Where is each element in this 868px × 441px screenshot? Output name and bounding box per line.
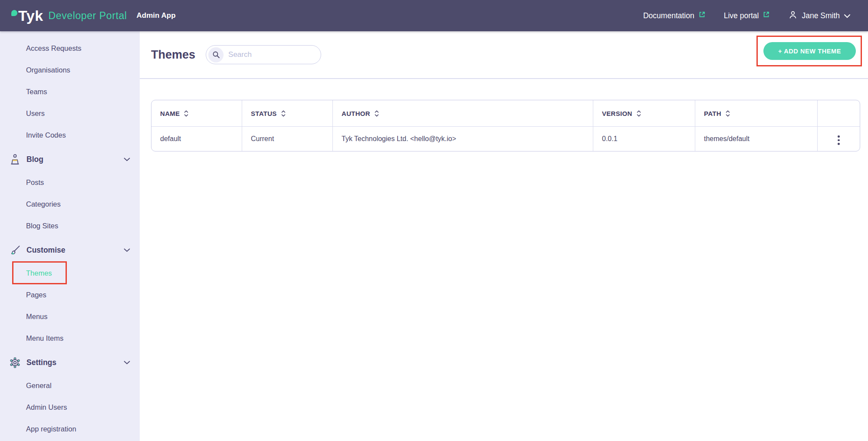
sidebar-item-label: Posts xyxy=(26,178,44,187)
search-box[interactable] xyxy=(206,45,321,64)
documentation-link[interactable]: Documentation xyxy=(643,11,706,20)
column-header-actions xyxy=(818,100,860,127)
themes-table: NAME STATUS AUTHOR VERSION xyxy=(151,100,860,151)
blog-lectern-icon xyxy=(9,153,21,165)
column-header-name[interactable]: NAME xyxy=(151,100,242,127)
gear-icon xyxy=(9,356,21,369)
column-header-path[interactable]: PATH xyxy=(695,100,818,127)
cell-status: Current xyxy=(242,127,333,151)
column-header-version[interactable]: VERSION xyxy=(593,100,695,127)
chevron-down-icon xyxy=(124,248,130,252)
header-right: Documentation Live portal Jane Smith xyxy=(643,10,851,22)
add-new-theme-button[interactable]: + ADD NEW THEME xyxy=(763,42,856,60)
sidebar-item-teams[interactable]: Teams xyxy=(0,81,140,102)
sidebar-section-label: Blog xyxy=(26,155,43,164)
sidebar-item-categories[interactable]: Categories xyxy=(0,193,140,215)
sidebar-item-menu-items[interactable]: Menu Items xyxy=(0,327,140,349)
table-header-row: NAME STATUS AUTHOR VERSION xyxy=(151,100,860,127)
user-menu[interactable]: Jane Smith xyxy=(788,10,851,22)
cell-version: 0.0.1 xyxy=(593,127,695,151)
search-icon xyxy=(208,47,224,63)
column-header-status[interactable]: STATUS xyxy=(242,100,333,127)
cell-name: default xyxy=(151,127,242,151)
sidebar-item-label: Menus xyxy=(26,313,48,321)
table-row: default Current Tyk Technologies Ltd. <h… xyxy=(151,127,860,151)
person-icon xyxy=(788,10,798,22)
column-label: NAME xyxy=(160,110,180,117)
sidebar-section-blog[interactable]: Blog xyxy=(0,147,140,171)
column-label: VERSION xyxy=(602,110,632,117)
sidebar-item-label: Invite Codes xyxy=(26,131,66,139)
sidebar-item-themes[interactable]: Themes xyxy=(0,262,140,284)
user-name: Jane Smith xyxy=(802,11,840,20)
sidebar-item-label: Pages xyxy=(26,291,46,299)
search-input[interactable] xyxy=(228,50,311,59)
sidebar-item-label: Categories xyxy=(26,200,61,208)
sort-icon xyxy=(636,110,641,117)
tyk-leaf-icon xyxy=(11,10,17,16)
sidebar-item-label: App registration xyxy=(26,425,76,433)
row-actions-kebab-icon[interactable] xyxy=(834,134,843,147)
column-label: PATH xyxy=(704,110,721,117)
sidebar-item-label: Menu Items xyxy=(26,334,63,342)
external-link-icon xyxy=(698,11,706,20)
live-portal-label: Live portal xyxy=(724,11,759,20)
sidebar-item-label: Organisations xyxy=(26,66,70,74)
sidebar-item-users[interactable]: Users xyxy=(0,102,140,124)
sidebar-item-label: Admin Users xyxy=(26,403,67,411)
sidebar-item-label: Access Requests xyxy=(26,44,81,53)
column-header-author[interactable]: AUTHOR xyxy=(333,100,593,127)
sidebar-item-app-registration[interactable]: App registration xyxy=(0,418,140,440)
sidebar: Access Requests Organisations Teams User… xyxy=(0,31,140,441)
sidebar-section-settings[interactable]: Settings xyxy=(0,350,140,375)
sidebar-item-label: General xyxy=(26,382,52,390)
sidebar-item-label: Themes xyxy=(26,269,52,277)
sidebar-item-access-requests[interactable]: Access Requests xyxy=(0,37,140,59)
tyk-logo[interactable]: Tyk Developer Portal xyxy=(11,8,127,23)
main-content: Themes + ADD NEW THEME NAME xyxy=(140,31,868,441)
sort-icon xyxy=(374,110,379,117)
cell-actions xyxy=(818,127,860,151)
sidebar-item-label: Blog Sites xyxy=(26,222,58,230)
sidebar-item-menus[interactable]: Menus xyxy=(0,306,140,327)
sort-icon xyxy=(184,110,189,117)
cell-path: themes/default xyxy=(695,127,818,151)
sidebar-item-posts[interactable]: Posts xyxy=(0,171,140,193)
sidebar-item-admin-users[interactable]: Admin Users xyxy=(0,396,140,418)
page-header: Themes + ADD NEW THEME xyxy=(140,31,868,79)
sidebar-item-invite-codes[interactable]: Invite Codes xyxy=(0,124,140,146)
logo-text: Tyk xyxy=(18,8,43,23)
sidebar-item-general[interactable]: General xyxy=(0,375,140,396)
column-label: STATUS xyxy=(251,110,277,117)
logo-subtitle: Developer Portal xyxy=(49,10,127,22)
page-title: Themes xyxy=(151,48,195,62)
external-link-icon xyxy=(763,11,770,20)
sort-icon xyxy=(725,110,730,117)
sidebar-item-pages[interactable]: Pages xyxy=(0,284,140,306)
sidebar-item-label: Teams xyxy=(26,88,47,96)
sidebar-item-label: Users xyxy=(26,109,45,118)
sidebar-section-label: Settings xyxy=(26,358,56,367)
app-header: Tyk Developer Portal Admin App Documenta… xyxy=(0,0,868,31)
sort-icon xyxy=(281,110,286,117)
column-label: AUTHOR xyxy=(342,110,370,117)
paintbrush-icon xyxy=(9,244,21,256)
sidebar-section-customise[interactable]: Customise xyxy=(0,238,140,262)
documentation-label: Documentation xyxy=(643,11,694,20)
sidebar-item-organisations[interactable]: Organisations xyxy=(0,59,140,81)
sidebar-item-blog-sites[interactable]: Blog Sites xyxy=(0,215,140,237)
cell-author: Tyk Technologies Ltd. <hello@tyk.io> xyxy=(333,127,593,151)
app-label: Admin App xyxy=(137,11,176,20)
chevron-down-icon xyxy=(844,11,851,20)
live-portal-link[interactable]: Live portal xyxy=(724,11,770,20)
chevron-down-icon xyxy=(124,361,130,365)
sidebar-section-label: Customise xyxy=(26,246,65,255)
chevron-down-icon xyxy=(124,158,130,161)
